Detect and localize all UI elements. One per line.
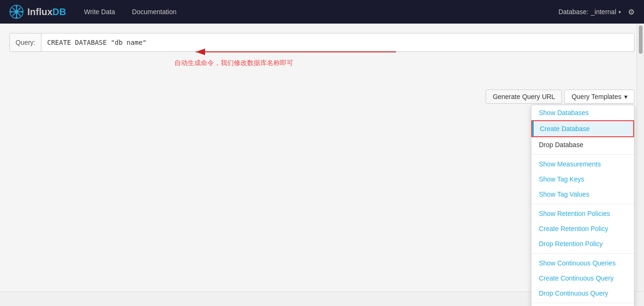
toolbar: Generate Query URL Query Templates ▾ Sho… bbox=[9, 90, 635, 104]
dropdown-caret-icon: ▾ bbox=[619, 9, 621, 15]
svg-point-8 bbox=[10, 11, 12, 13]
dropdown-show-continuous-queries[interactable]: Show Continuous Queries bbox=[531, 256, 634, 271]
database-label: Database: bbox=[558, 8, 588, 16]
dropdown-drop-database[interactable]: Drop Database bbox=[531, 137, 634, 152]
scrollbar-thumb[interactable] bbox=[639, 25, 643, 54]
query-templates-container: Query Templates ▾ Show Databases Create … bbox=[564, 90, 635, 104]
gear-icon[interactable]: ⚙ bbox=[628, 8, 635, 17]
nav-documentation[interactable]: Documentation bbox=[128, 6, 180, 18]
brand-logo[interactable]: InfluxDB bbox=[9, 5, 66, 19]
dropdown-create-database[interactable]: Create Database bbox=[531, 120, 634, 137]
dropdown-show-retention-policies[interactable]: Show Retention Policies bbox=[531, 206, 634, 221]
caret-icon: ▾ bbox=[624, 93, 627, 100]
dropdown-show-tag-values[interactable]: Show Tag Values bbox=[531, 187, 634, 202]
database-selector[interactable]: Database: _internal ▾ bbox=[558, 8, 621, 16]
svg-point-7 bbox=[16, 17, 17, 18]
dropdown-drop-retention-policy[interactable]: Drop Retention Policy bbox=[531, 236, 634, 251]
svg-point-5 bbox=[15, 10, 18, 14]
navbar: InfluxDB Write Data Documentation Databa… bbox=[0, 0, 644, 24]
dropdown-show-measurements[interactable]: Show Measurements bbox=[531, 157, 634, 172]
dropdown-create-continuous-query[interactable]: Create Continuous Query bbox=[531, 271, 634, 286]
annotation-text: 自动生成命令，我们修改数据库名称即可 bbox=[174, 59, 293, 67]
dropdown-show-databases[interactable]: Show Databases bbox=[531, 105, 634, 120]
dropdown-show-tag-keys[interactable]: Show Tag Keys bbox=[531, 172, 634, 187]
query-input[interactable] bbox=[41, 39, 634, 46]
query-templates-dropdown: Show Databases Create Database Drop Data… bbox=[531, 105, 635, 306]
svg-point-9 bbox=[21, 11, 23, 13]
svg-point-6 bbox=[16, 5, 17, 7]
database-value: _internal bbox=[591, 8, 616, 16]
dropdown-divider-1 bbox=[531, 154, 634, 155]
influxdb-logo-icon bbox=[9, 5, 24, 19]
query-bar: Query: bbox=[9, 33, 635, 52]
query-templates-label: Query Templates bbox=[571, 93, 621, 100]
dropdown-divider-4 bbox=[531, 303, 634, 303]
query-label: Query: bbox=[10, 33, 41, 51]
query-templates-button[interactable]: Query Templates ▾ bbox=[564, 90, 635, 104]
scrollbar[interactable] bbox=[636, 24, 644, 292]
navbar-right: Database: _internal ▾ ⚙ bbox=[558, 8, 635, 17]
annotation-area: 自动生成命令，我们修改数据库名称即可 bbox=[9, 57, 635, 90]
generate-query-url-button[interactable]: Generate Query URL bbox=[486, 90, 562, 104]
dropdown-drop-continuous-query[interactable]: Drop Continuous Query bbox=[531, 286, 634, 301]
dropdown-divider-2 bbox=[531, 204, 634, 204]
nav-write-data[interactable]: Write Data bbox=[80, 6, 119, 18]
brand-name: InfluxDB bbox=[27, 7, 66, 17]
nav-links: Write Data Documentation bbox=[80, 6, 180, 18]
dropdown-create-retention-policy[interactable]: Create Retention Policy bbox=[531, 221, 634, 236]
dropdown-divider-3 bbox=[531, 253, 634, 254]
main-content: Query: 自动生成命令，我们修改数据库名称即可 Generate Query… bbox=[0, 24, 644, 306]
